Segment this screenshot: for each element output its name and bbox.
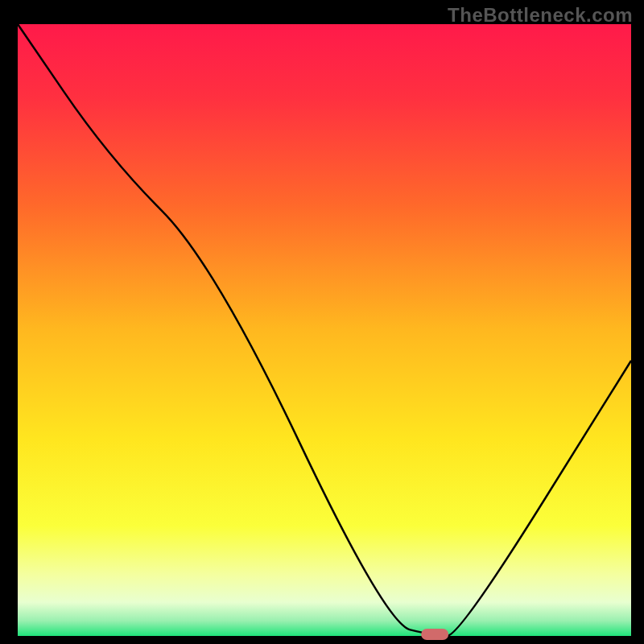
chart-container: TheBottleneck.com [0, 0, 644, 644]
watermark-text: TheBottleneck.com [448, 4, 633, 27]
plot-background [18, 24, 631, 636]
chart-svg [0, 0, 644, 644]
optimal-marker [421, 629, 448, 640]
